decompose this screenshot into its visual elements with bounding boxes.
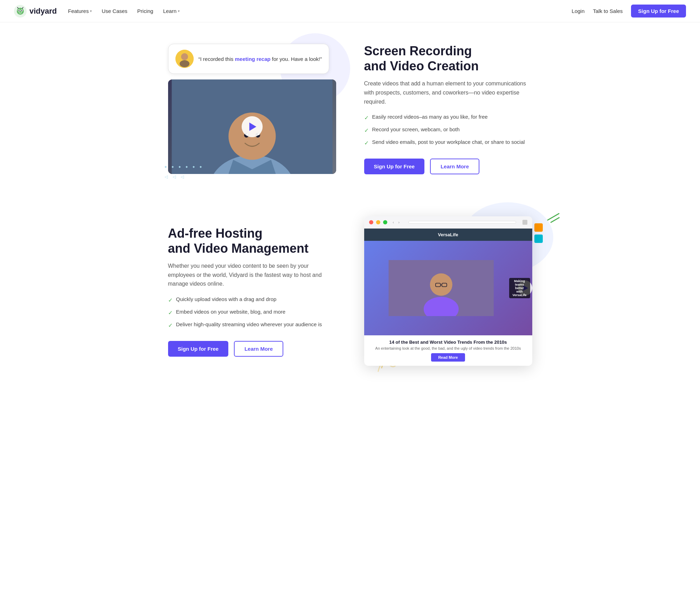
section1-content: Screen Recording and Video Creation Crea… [364,43,532,174]
feature-item-1: ✓ Easily record videos–as many as you li… [364,113,532,122]
section1-signup-button[interactable]: Sign Up for Free [364,159,425,174]
navbar: vidyard Features ▾ Use Cases Pricing Lea… [0,0,700,22]
svg-point-5 [21,10,22,11]
browser-info: 14 of the Best and Worst Video Trends Fr… [364,335,532,366]
check-icon-5: ✓ [168,309,173,317]
chevron-down-icon: ▾ [90,9,92,13]
check-icon-2: ✓ [364,126,369,135]
logo-text: vidyard [29,7,57,16]
browser-close-dot [369,220,373,224]
section2-signup-button[interactable]: Sign Up for Free [168,341,229,357]
nav-pricing[interactable]: Pricing [137,8,153,14]
section2-feature-3: ✓ Deliver high-quality streaming video w… [168,321,336,330]
chat-bubble: “I recorded this meeting recap for you. … [168,44,330,74]
page-wrapper: vidyard Features ▾ Use Cases Pricing Lea… [0,0,700,615]
browser-mockup: ‹ › VersaLife [364,216,532,366]
nav-signup-button[interactable]: Sign Up for Free [631,5,686,18]
section2-feature-list: ✓ Quickly upload videos with a drag and … [168,295,336,330]
play-button[interactable] [242,116,263,137]
browser-maximize-dot [383,220,387,224]
section1-title: Screen Recording and Video Creation [364,43,532,74]
decorative-dots: ◆ ◆ ◆ ◆ ◆ ◆ ◁ ◁ ◁ [165,164,207,181]
browser-page-title: VersaLife [364,229,532,241]
sidebar-icon-teal [534,235,543,243]
section2-buttons: Sign Up for Free Learn More [168,341,336,357]
avatar [175,50,194,68]
browser-read-more-button[interactable]: Read More [431,353,465,362]
section2-description: Whether you need your video content to b… [168,261,336,288]
deco-line-1 [547,213,559,221]
browser-toolbar [522,220,527,225]
browser-bar: ‹ › [364,216,532,229]
hero-video-section: “I recorded this meeting recap for you. … [168,44,336,174]
sidebar-icon-orange [534,223,543,232]
nav-talk-to-sales[interactable]: Talk to Sales [593,8,623,14]
sidebar-icons [534,223,543,243]
nav-links: Features ▾ Use Cases Pricing Learn ▾ [68,8,180,14]
browser-minimize-dot [376,220,380,224]
browser-window: ‹ › VersaLife [364,216,532,366]
check-icon-1: ✓ [364,114,369,122]
check-icon-6: ✓ [168,321,173,330]
section2-feature-1: ✓ Quickly upload videos with a drag and … [168,295,336,305]
feature-item-3: ✓ Send video emails, post to your workpl… [364,138,532,147]
svg-point-10 [180,60,189,67]
browser-settings-icon [522,220,527,225]
browser-address-bar[interactable] [408,221,516,224]
browser-content: VersaLife [364,229,532,366]
video-thumbnail[interactable] [168,79,336,174]
section2-feature-2: ✓ Embed videos on your website, blog, an… [168,308,336,317]
chevron-down-icon-learn: ▾ [178,9,180,13]
browser-video-label: Making teams better with VersaLife [509,278,530,298]
browser-video-thumbnail[interactable]: Making teams better with VersaLife [364,241,532,335]
bubble-message: “I recorded this meeting recap for you. … [199,55,322,63]
browser-forward-icon: › [398,221,402,224]
check-icon-3: ✓ [364,139,369,147]
browser-back-icon: ‹ [393,221,396,224]
navbar-right: Login Talk to Sales Sign Up for Free [572,5,686,18]
navbar-left: vidyard Features ▾ Use Cases Pricing Lea… [14,5,180,18]
svg-point-21 [430,273,452,296]
svg-point-4 [19,10,20,11]
nav-features[interactable]: Features ▾ [68,8,92,14]
decorative-lines [546,216,560,221]
section1-learn-more-button[interactable]: Learn More [430,159,479,174]
nav-login[interactable]: Login [572,8,585,14]
play-icon [249,123,256,131]
feature-item-2: ✓ Record your screen, webcam, or both [364,126,532,135]
logo-icon [14,5,27,18]
svg-point-1 [17,8,24,15]
svg-point-9 [181,53,188,60]
section2-content: Ad-free Hosting and Video Management Whe… [168,226,336,357]
nav-learn[interactable]: Learn ▾ [163,8,180,14]
section1-description: Create videos that add a human element t… [364,79,532,106]
browser-info-title: 14 of the Best and Worst Video Trends Fr… [369,340,527,345]
section2-title: Ad-free Hosting and Video Management [168,226,336,256]
section2-learn-more-button[interactable]: Learn More [234,341,283,357]
section1-buttons: Sign Up for Free Learn More [364,159,532,174]
check-icon-4: ✓ [168,296,173,305]
logo[interactable]: vidyard [14,5,57,18]
nav-use-cases[interactable]: Use Cases [102,8,127,14]
browser-info-desc: An entertaining look at the good, the ba… [369,346,527,350]
section1-feature-list: ✓ Easily record videos–as many as you li… [364,113,532,147]
